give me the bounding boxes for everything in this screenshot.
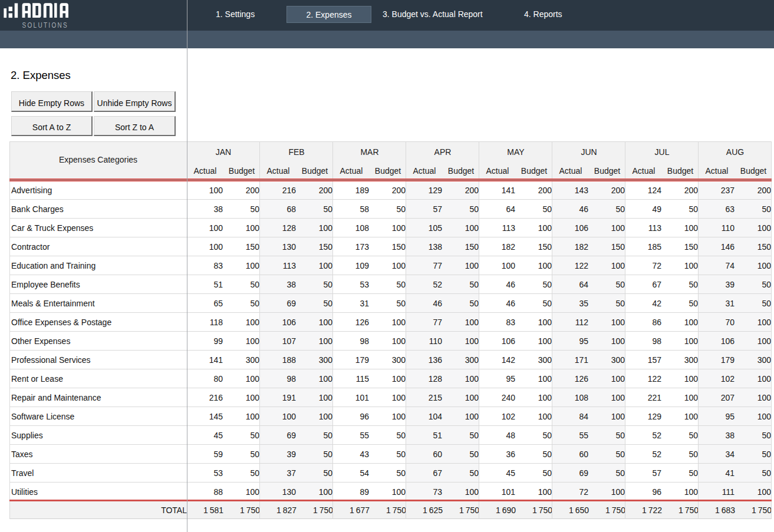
svg-text:SOLUTIONS: SOLUTIONS — [22, 21, 69, 29]
